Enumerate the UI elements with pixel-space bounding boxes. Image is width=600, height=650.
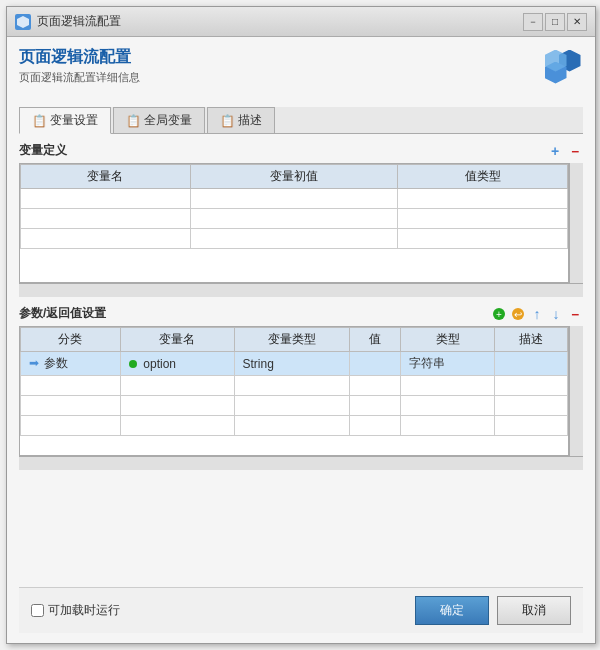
param-scrollbar[interactable] [569,326,583,456]
variable-table-container[interactable]: 变量名 变量初值 值类型 [19,163,569,283]
add-return-icon: ↩ [511,307,525,321]
window-icon [15,14,31,30]
tab-icon-3: 📋 [220,114,234,128]
param-table-header-row: 分类 变量名 变量类型 值 类型 描述 [21,328,568,352]
param-cell-desc [495,352,568,376]
variable-section-header: 变量定义 + － [19,142,583,159]
var-scrollbar[interactable] [569,163,583,283]
param-table-wrapper: 分类 变量名 变量类型 值 类型 描述 ➡ [19,326,583,456]
param-cell-category: ➡ 参数 [21,352,121,376]
add-return-button[interactable]: ↩ [510,306,526,322]
tab-icon-1: 📋 [32,114,46,128]
bottom-bar: 可加载时运行 确定 取消 [19,587,583,633]
param-dot-icon [129,360,137,368]
svg-text:+: + [496,309,502,320]
tab-label-3: 描述 [238,112,262,129]
var-empty-row-2 [21,209,568,229]
variable-table-body [21,189,568,249]
add-variable-button[interactable]: + [547,143,563,159]
var-empty-row-1 [21,189,568,209]
var-hscroll[interactable] [19,283,583,297]
param-row-1[interactable]: ➡ 参数 option String 字符串 [21,352,568,376]
col-var-init-value: 变量初值 [190,165,398,189]
param-arrow-icon: ➡ [29,356,39,370]
remove-param-button[interactable]: － [567,306,583,322]
remove-variable-button[interactable]: － [567,143,583,159]
param-section-actions: + ↩ ↑ ↓ － [491,306,583,322]
param-table: 分类 变量名 变量类型 值 类型 描述 ➡ [20,327,568,436]
dialog-buttons: 确定 取消 [415,596,571,625]
param-section-title: 参数/返回值设置 [19,305,106,322]
variable-table-header-row: 变量名 变量初值 值类型 [21,165,568,189]
page-title: 页面逻辑流配置 [19,47,523,68]
logo-hexagons [526,50,581,95]
minimize-button[interactable]: － [523,13,543,31]
ok-button[interactable]: 确定 [415,596,489,625]
col-var-name: 变量名 [21,165,191,189]
param-section: 参数/返回值设置 + ↩ ↑ ↓ [19,305,583,579]
cancel-button[interactable]: 取消 [497,596,571,625]
main-window: 页面逻辑流配置 － □ ✕ 页面逻辑流配置 页面逻辑流配置详细信息 [6,6,596,644]
move-up-button[interactable]: ↑ [529,306,545,322]
param-empty-row-4 [21,416,568,436]
variable-table-wrapper: 变量名 变量初值 值类型 [19,163,583,283]
tab-description[interactable]: 📋 描述 [207,107,275,133]
col-value-type: 值类型 [398,165,568,189]
page-header: 页面逻辑流配置 页面逻辑流配置详细信息 [19,47,583,97]
col-param-name: 变量名 [120,328,234,352]
move-down-button[interactable]: ↓ [548,306,564,322]
tab-icon-2: 📋 [126,114,140,128]
runtime-checkbox[interactable] [31,604,44,617]
col-param-kind: 类型 [401,328,495,352]
col-category: 分类 [21,328,121,352]
page-header-text: 页面逻辑流配置 页面逻辑流配置详细信息 [19,47,523,85]
close-button[interactable]: ✕ [567,13,587,31]
tab-label-2: 全局变量 [144,112,192,129]
window-title: 页面逻辑流配置 [37,13,523,30]
tabs-bar: 📋 变量设置 📋 全局变量 📋 描述 [19,107,583,134]
tab-variable-settings[interactable]: 📋 变量设置 [19,107,111,134]
variable-table: 变量名 变量初值 值类型 [20,164,568,249]
param-hscroll[interactable] [19,456,583,470]
param-table-container[interactable]: 分类 变量名 变量类型 值 类型 描述 ➡ [19,326,569,456]
param-section-header: 参数/返回值设置 + ↩ ↑ ↓ [19,305,583,322]
param-table-body: ➡ 参数 option String 字符串 [21,352,568,436]
window-controls: － □ ✕ [523,13,587,31]
variable-section-actions: + － [547,143,583,159]
var-empty-row-3 [21,229,568,249]
runtime-label: 可加载时运行 [48,602,120,619]
param-cell-kind: 字符串 [401,352,495,376]
col-param-value: 值 [349,328,400,352]
tab-global-variables[interactable]: 📋 全局变量 [113,107,205,133]
param-cell-type: String [234,352,349,376]
add-param-icon: + [492,307,506,321]
col-param-type: 变量类型 [234,328,349,352]
content-area: 页面逻辑流配置 页面逻辑流配置详细信息 📋 变量设置 📋 全局变量 [7,37,595,643]
param-category-label: 参数 [44,356,68,370]
svg-marker-0 [17,16,29,28]
variable-definition-section: 变量定义 + － 变量名 变量初值 值类型 [19,142,583,297]
variable-section-title: 变量定义 [19,142,67,159]
svg-text:↩: ↩ [514,309,522,320]
param-cell-value [349,352,400,376]
col-param-desc: 描述 [495,328,568,352]
param-cell-name: option [120,352,234,376]
tab-label-1: 变量设置 [50,112,98,129]
param-empty-row-3 [21,396,568,416]
page-logo [523,47,583,97]
title-bar: 页面逻辑流配置 － □ ✕ [7,7,595,37]
page-subtitle: 页面逻辑流配置详细信息 [19,70,523,85]
param-empty-row-2 [21,376,568,396]
add-param-button[interactable]: + [491,306,507,322]
checkbox-row: 可加载时运行 [31,602,415,619]
param-name-label: option [143,357,176,371]
maximize-button[interactable]: □ [545,13,565,31]
